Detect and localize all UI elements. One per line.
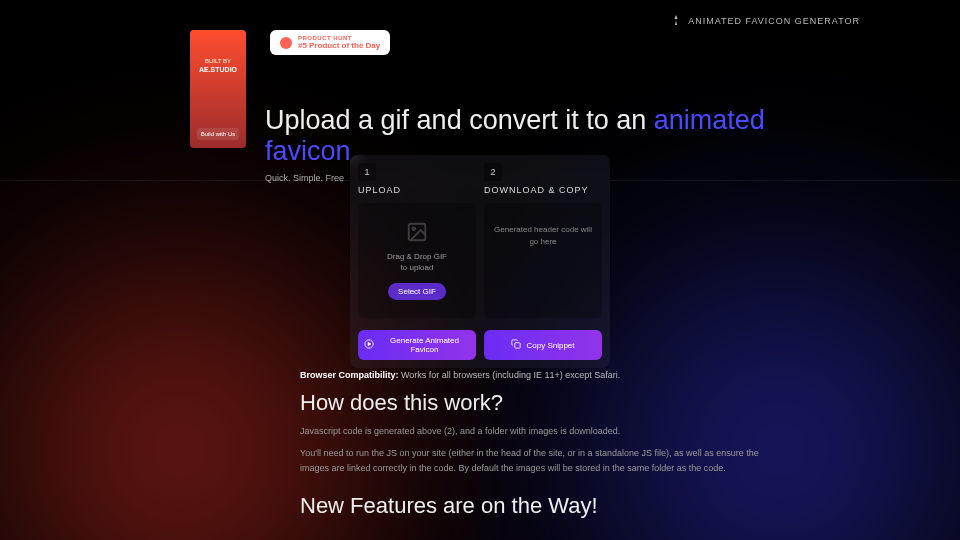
built-by-label: BUILT BY [205, 58, 231, 64]
brand-header: ANIMATED FAVICON GENERATOR [670, 14, 860, 28]
code-output-box: Generated header code will go here [484, 203, 602, 318]
svg-point-1 [412, 227, 415, 230]
converter-panel: 1 UPLOAD Drag & Drop GIF to upload Selec… [350, 155, 610, 368]
info-paragraph-2: You'll need to run the JS on your site (… [300, 446, 760, 475]
step-2-title: DOWNLOAD & COPY [484, 185, 602, 195]
drop-hint-line2: to upload [387, 262, 447, 273]
upload-column: 1 UPLOAD Drag & Drop GIF to upload Selec… [358, 163, 476, 318]
step-2-number: 2 [484, 163, 502, 181]
select-gif-button[interactable]: Select GIF [388, 283, 446, 300]
rocket-icon [670, 14, 682, 28]
copy-snippet-button[interactable]: Copy Snippet [484, 330, 602, 360]
generate-favicon-button[interactable]: Generate Animated Favicon [358, 330, 476, 360]
new-features-heading: New Features are on the Way! [300, 493, 760, 519]
product-hunt-badge[interactable]: PRODUCT HUNT #5 Product of the Day [270, 30, 390, 55]
how-it-works-heading: How does this work? [300, 390, 760, 416]
ae-studio-widget[interactable]: BUILT BY AE.STUDIO Build with Us [190, 30, 246, 148]
drop-hint-line1: Drag & Drop GIF [387, 251, 447, 262]
step-1-number: 1 [358, 163, 376, 181]
medal-icon [280, 37, 292, 49]
brand-name: ANIMATED FAVICON GENERATOR [688, 16, 860, 26]
build-with-us-button[interactable]: Build with Us [197, 128, 240, 140]
info-paragraph-1: Javascript code is generated above (2), … [300, 424, 760, 438]
image-icon [406, 221, 428, 251]
play-circle-icon [364, 339, 374, 351]
ph-rank: #5 Product of the Day [298, 41, 380, 50]
step-1-title: UPLOAD [358, 185, 476, 195]
browser-compat: Browser Compatibility: Works for all bro… [300, 370, 760, 380]
copy-icon [511, 339, 521, 351]
download-column: 2 DOWNLOAD & COPY Generated header code … [484, 163, 602, 318]
info-section: Browser Compatibility: Works for all bro… [300, 370, 760, 519]
svg-rect-3 [515, 343, 520, 348]
gif-dropzone[interactable]: Drag & Drop GIF to upload Select GIF [358, 203, 476, 318]
code-placeholder: Generated header code will go here [492, 224, 594, 246]
studio-name: AE.STUDIO [199, 66, 237, 73]
